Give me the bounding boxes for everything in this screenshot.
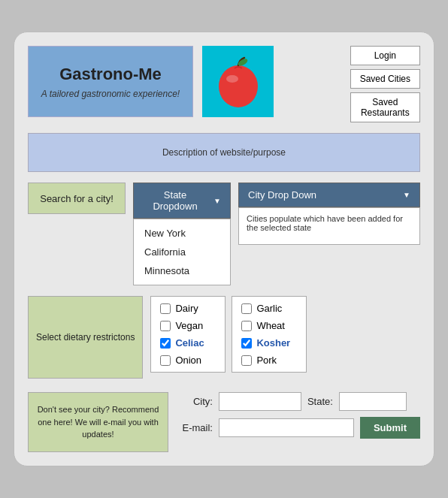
state-option-ny[interactable]: New York — [134, 224, 230, 243]
description-text: Description of website/purpose — [162, 147, 286, 158]
vegan-checkbox-item[interactable]: Vegan — [160, 320, 216, 331]
kosher-checkbox[interactable] — [241, 338, 252, 349]
onion-label: Onion — [175, 355, 201, 366]
recommend-form: City: State: E-mail: Submit — [179, 392, 420, 439]
login-button[interactable]: Login — [350, 46, 420, 65]
celiac-checkbox-item[interactable]: Celiac — [160, 337, 216, 349]
logo-subtitle: A tailored gastronomic experience! — [39, 89, 182, 99]
dropdowns-area: State Dropdown ▼ New York California Min… — [133, 183, 420, 285]
main-container: Gastrono-Me A tailored gastronomic exper… — [14, 32, 434, 466]
recommend-section: Don't see your city? Recommend one here!… — [28, 392, 420, 452]
vegan-label: Vegan — [175, 320, 203, 331]
pork-label: Pork — [256, 355, 277, 366]
submit-button[interactable]: Submit — [360, 417, 420, 439]
email-label: E-mail: — [179, 422, 213, 433]
state-option-mn[interactable]: Minnesota — [134, 261, 230, 280]
saved-restaurants-button[interactable]: Saved Restaurants — [350, 92, 420, 122]
city-dropdown-container: City Drop Down ▼ Cities populate which h… — [238, 183, 420, 285]
header: Gastrono-Me A tailored gastronomic exper… — [28, 46, 420, 122]
garlic-label: Garlic — [256, 303, 282, 314]
city-state-row: City: State: — [179, 392, 420, 411]
wheat-label: Wheat — [256, 320, 285, 331]
dairy-label: Dairy — [175, 303, 198, 314]
city-dropdown-arrow-icon: ▼ — [403, 191, 410, 199]
email-input[interactable] — [219, 418, 354, 437]
state-option-ca[interactable]: California — [134, 243, 230, 261]
dietary-col-2: Garlic Wheat Kosher Pork — [232, 296, 307, 373]
onion-checkbox[interactable] — [160, 355, 171, 366]
celiac-label: Celiac — [175, 337, 204, 349]
nav-buttons: Login Saved Cities Saved Restaurants — [350, 46, 420, 122]
state-input[interactable] — [339, 392, 407, 411]
dietary-section: Select dietary restrictons Dairy Vegan C… — [28, 296, 420, 379]
wheat-checkbox[interactable] — [241, 321, 252, 331]
search-section: Search for a city! State Dropdown ▼ New … — [28, 183, 420, 285]
state-dropdown-arrow-icon: ▼ — [213, 197, 221, 205]
city-dropdown-label: City Drop Down — [248, 189, 316, 201]
kosher-label: Kosher — [256, 337, 290, 349]
svg-point-2 — [226, 75, 238, 83]
email-submit-row: E-mail: Submit — [179, 417, 420, 439]
garlic-checkbox[interactable] — [241, 303, 252, 314]
svg-point-1 — [219, 65, 258, 107]
vegan-checkbox[interactable] — [160, 321, 171, 331]
wheat-checkbox-item[interactable]: Wheat — [241, 320, 297, 331]
logo-box: Gastrono-Me A tailored gastronomic exper… — [28, 46, 193, 117]
city-label: City: — [179, 396, 213, 407]
city-info-box: Cities populate which have been added fo… — [238, 207, 420, 245]
state-dropdown-button[interactable]: State Dropdown ▼ — [133, 183, 231, 219]
description-box: Description of website/purpose — [28, 133, 420, 172]
dietary-col-1: Dairy Vegan Celiac Onion — [150, 296, 226, 373]
onion-checkbox-item[interactable]: Onion — [160, 355, 216, 366]
state-dropdown-list: New York California Minnesota — [133, 219, 231, 285]
pork-checkbox-item[interactable]: Pork — [241, 355, 297, 366]
city-dropdown-button[interactable]: City Drop Down ▼ — [238, 183, 420, 207]
state-dropdown-container: State Dropdown ▼ New York California Min… — [133, 183, 231, 285]
dairy-checkbox-item[interactable]: Dairy — [160, 303, 216, 314]
kosher-checkbox-item[interactable]: Kosher — [241, 337, 297, 349]
search-label: Search for a city! — [28, 183, 126, 214]
pork-checkbox[interactable] — [241, 355, 252, 366]
garlic-checkbox-item[interactable]: Garlic — [241, 303, 297, 314]
dietary-label: Select dietary restrictons — [28, 296, 143, 379]
city-input[interactable] — [219, 392, 301, 411]
state-dropdown-label: State Dropdown — [143, 189, 207, 212]
state-label: State: — [307, 396, 333, 407]
logo-title: Gastrono-Me — [39, 65, 182, 84]
saved-cities-button[interactable]: Saved Cities — [350, 69, 420, 89]
dietary-columns: Dairy Vegan Celiac Onion Garli — [150, 296, 307, 373]
apple-image — [202, 46, 274, 117]
celiac-checkbox[interactable] — [160, 338, 171, 349]
dairy-checkbox[interactable] — [160, 303, 171, 314]
recommend-label: Don't see your city? Recommend one here!… — [28, 392, 168, 452]
apple-icon — [208, 52, 268, 112]
